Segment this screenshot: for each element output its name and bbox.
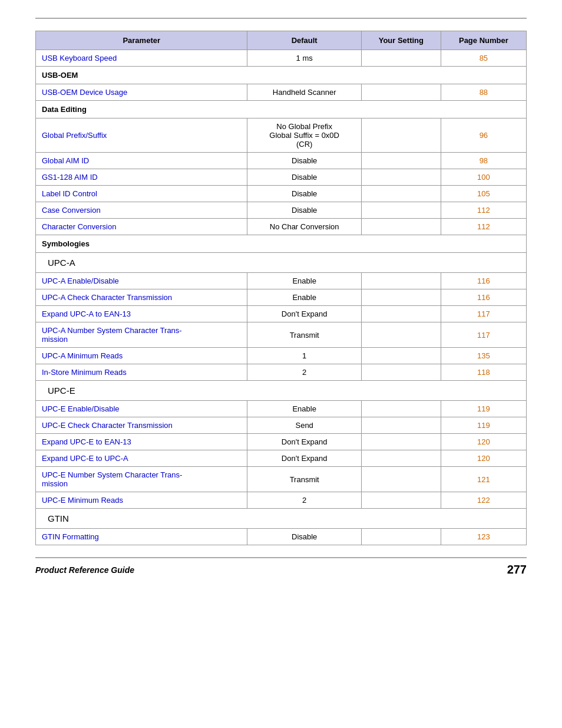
your-setting-cell[interactable] <box>361 273 441 289</box>
param-cell[interactable]: Expand UPC-A to EAN-13 <box>36 306 247 322</box>
top-border <box>35 18 527 19</box>
your-setting-cell[interactable] <box>361 306 441 322</box>
param-cell[interactable]: UPC-A Check Character Transmission <box>36 289 247 306</box>
default-cell: Don't Expand <box>247 434 361 450</box>
param-cell[interactable]: Global AIM ID <box>36 153 247 169</box>
param-cell[interactable]: In-Store Minimum Reads <box>36 364 247 381</box>
your-setting-cell[interactable] <box>361 289 441 306</box>
your-setting-cell[interactable] <box>361 529 441 545</box>
param-cell[interactable]: UPC-E Number System Character Trans-miss… <box>36 467 247 492</box>
page-num-cell[interactable]: 118 <box>441 364 526 381</box>
param-cell[interactable]: Case Conversion <box>36 202 247 219</box>
page-num-cell[interactable]: 98 <box>441 153 526 169</box>
page-num-cell[interactable]: 116 <box>441 289 526 306</box>
table-row: USB Keyboard Speed1 ms85 <box>36 50 527 67</box>
default-cell: 1 ms <box>247 50 361 67</box>
param-cell[interactable]: USB Keyboard Speed <box>36 50 247 67</box>
page-num-cell[interactable]: 122 <box>441 492 526 509</box>
param-cell[interactable]: UPC-E Minimum Reads <box>36 492 247 509</box>
col-header-parameter: Parameter <box>36 31 247 50</box>
param-cell[interactable]: UPC-A Minimum Reads <box>36 348 247 364</box>
param-cell[interactable]: UPC-A Enable/Disable <box>36 273 247 289</box>
page-num-cell[interactable]: 119 <box>441 401 526 417</box>
table-row: UPC-A Check Character TransmissionEnable… <box>36 289 527 306</box>
page-num-cell[interactable]: 119 <box>441 417 526 434</box>
default-cell: Enable <box>247 273 361 289</box>
page-num-cell[interactable]: 100 <box>441 169 526 186</box>
default-cell: Transmit <box>247 322 361 348</box>
param-cell[interactable]: GTIN Formatting <box>36 529 247 545</box>
page-num-cell[interactable]: 117 <box>441 306 526 322</box>
col-header-default: Default <box>247 31 361 50</box>
your-setting-cell[interactable] <box>361 202 441 219</box>
page-num-cell[interactable]: 112 <box>441 219 526 235</box>
your-setting-cell[interactable] <box>361 348 441 364</box>
page-num-cell[interactable]: 88 <box>441 84 526 101</box>
table-row: Expand UPC-A to EAN-13Don't Expand117 <box>36 306 527 322</box>
default-cell: 1 <box>247 348 361 364</box>
default-cell: Enable <box>247 401 361 417</box>
table-row: Global Prefix/SuffixNo Global PrefixGlob… <box>36 118 527 153</box>
your-setting-cell[interactable] <box>361 118 441 153</box>
section-label: USB-OEM <box>36 67 527 84</box>
your-setting-cell[interactable] <box>361 322 441 348</box>
page-num-cell[interactable]: 121 <box>441 467 526 492</box>
default-cell: Disable <box>247 202 361 219</box>
group-label: UPC-A <box>36 253 527 273</box>
param-cell[interactable]: USB-OEM Device Usage <box>36 84 247 101</box>
page-num-cell[interactable]: 120 <box>441 450 526 467</box>
page-num-cell[interactable]: 123 <box>441 529 526 545</box>
table-row: UPC-A Number System Character Trans-miss… <box>36 322 527 348</box>
table-row: Character ConversionNo Char Conversion11… <box>36 219 527 235</box>
default-cell: 2 <box>247 492 361 509</box>
page-num-cell[interactable]: 116 <box>441 273 526 289</box>
your-setting-cell[interactable] <box>361 364 441 381</box>
section-label: Symbologies <box>36 235 527 253</box>
your-setting-cell[interactable] <box>361 219 441 235</box>
param-cell[interactable]: Label ID Control <box>36 186 247 202</box>
page-num-cell[interactable]: 105 <box>441 186 526 202</box>
param-cell[interactable]: Expand UPC-E to UPC-A <box>36 450 247 467</box>
your-setting-cell[interactable] <box>361 450 441 467</box>
page-num-cell[interactable]: 120 <box>441 434 526 450</box>
your-setting-cell[interactable] <box>361 169 441 186</box>
your-setting-cell[interactable] <box>361 492 441 509</box>
param-cell[interactable]: GS1-128 AIM ID <box>36 169 247 186</box>
footer-page-number: 277 <box>507 563 527 577</box>
section-label: Data Editing <box>36 101 527 118</box>
param-cell[interactable]: Character Conversion <box>36 219 247 235</box>
table-row: Case ConversionDisable112 <box>36 202 527 219</box>
param-cell[interactable]: UPC-E Enable/Disable <box>36 401 247 417</box>
your-setting-cell[interactable] <box>361 401 441 417</box>
page-num-cell[interactable]: 85 <box>441 50 526 67</box>
default-cell: Disable <box>247 186 361 202</box>
your-setting-cell[interactable] <box>361 186 441 202</box>
table-row: UPC-E Number System Character Trans-miss… <box>36 467 527 492</box>
table-row: GTIN FormattingDisable123 <box>36 529 527 545</box>
page-num-cell[interactable]: 112 <box>441 202 526 219</box>
your-setting-cell[interactable] <box>361 434 441 450</box>
param-cell[interactable]: Expand UPC-E to EAN-13 <box>36 434 247 450</box>
page-num-cell[interactable]: 117 <box>441 322 526 348</box>
param-cell[interactable]: Global Prefix/Suffix <box>36 118 247 153</box>
your-setting-cell[interactable] <box>361 84 441 101</box>
col-header-your-setting: Your Setting <box>361 31 441 50</box>
your-setting-cell[interactable] <box>361 467 441 492</box>
default-cell: Disable <box>247 529 361 545</box>
your-setting-cell[interactable] <box>361 417 441 434</box>
page-wrapper: Parameter Default Your Setting Page Numb… <box>0 0 562 612</box>
section-header-row: Symbologies <box>36 235 527 253</box>
param-cell[interactable]: UPC-E Check Character Transmission <box>36 417 247 434</box>
page-num-cell[interactable]: 135 <box>441 348 526 364</box>
default-cell: Disable <box>247 153 361 169</box>
your-setting-cell[interactable] <box>361 50 441 67</box>
section-header-row: Data Editing <box>36 101 527 118</box>
param-cell[interactable]: UPC-A Number System Character Trans-miss… <box>36 322 247 348</box>
page-num-cell[interactable]: 96 <box>441 118 526 153</box>
your-setting-cell[interactable] <box>361 153 441 169</box>
default-cell: Don't Expand <box>247 306 361 322</box>
default-cell: Handheld Scanner <box>247 84 361 101</box>
table-row: UPC-A Minimum Reads1135 <box>36 348 527 364</box>
default-cell: Don't Expand <box>247 450 361 467</box>
table-row: GS1-128 AIM IDDisable100 <box>36 169 527 186</box>
